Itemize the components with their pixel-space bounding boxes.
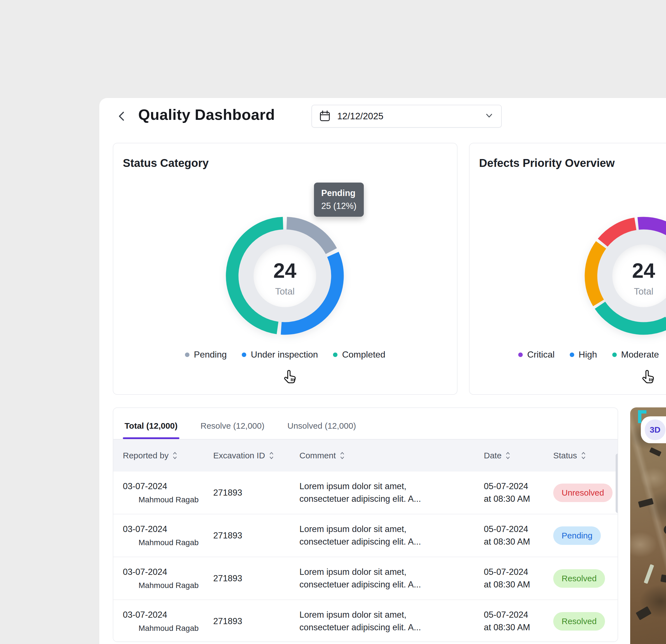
sort-icon[interactable] <box>505 451 510 460</box>
map-object <box>664 525 666 535</box>
chart-tooltip: Pending 25 (12%) <box>314 183 364 217</box>
reported-date: 03-07-2024 <box>123 610 213 620</box>
legend-dot-critical <box>518 353 523 357</box>
reported-date: 03-07-2024 <box>123 481 213 491</box>
cell-excavation-id: 271893 <box>213 573 299 583</box>
column-header-date[interactable]: Date <box>484 451 553 460</box>
table-row[interactable]: 03-07-2024 Mahmoud Ragab 271893 Lorem ip… <box>113 557 618 600</box>
reported-date: 03-07-2024 <box>123 567 213 577</box>
comment-line: consectetuer adipiscing elit. A... <box>299 578 484 591</box>
cell-status: Pending <box>553 526 618 545</box>
column-header-status[interactable]: Status <box>553 451 618 460</box>
date-line: 05-07-2024 <box>484 566 553 578</box>
satellite-map-panel[interactable]: 3D <box>630 407 666 644</box>
chevron-down-icon <box>485 112 494 120</box>
column-label: Date <box>484 451 502 460</box>
back-button[interactable] <box>114 109 129 124</box>
cell-status: Resolved <box>553 569 618 588</box>
cell-reported-by: 03-07-2024 Mahmoud Ragab <box>123 610 213 633</box>
legend-item-high[interactable]: High <box>570 350 597 360</box>
column-header-excavation-id[interactable]: Excavation ID <box>213 451 299 460</box>
chevron-left-icon <box>117 110 126 123</box>
map-object <box>661 574 666 583</box>
page-title: Quality Dashboard <box>138 106 275 123</box>
cell-reported-by: 03-07-2024 Mahmoud Ragab <box>123 567 213 590</box>
cell-date: 05-07-2024 at 08:30 AM <box>484 480 553 505</box>
legend-item-pending[interactable]: Pending <box>185 350 227 360</box>
cell-status: Unresolved <box>553 484 618 502</box>
table-scrollbar[interactable] <box>616 454 618 513</box>
sort-icon[interactable] <box>172 451 177 460</box>
column-label: Excavation ID <box>213 451 265 460</box>
date-line: at 08:30 AM <box>484 493 553 505</box>
reporter-name: Mahmoud Ragab <box>139 624 213 633</box>
priority-card-title: Defects Priority Overview <box>479 157 615 169</box>
status-legend: Pending Under inspection Completed <box>113 350 457 360</box>
table-row[interactable]: 03-07-2024 Mahmoud Ragab 271893 Lorem ip… <box>113 600 618 642</box>
cell-comment: Lorem ipsum dolor sit amet, consectetuer… <box>299 566 484 591</box>
tab-resolve[interactable]: Resolve (12,000) <box>199 421 266 439</box>
cell-date: 05-07-2024 at 08:30 AM <box>484 523 553 548</box>
map-3d-toggle-container: 3D <box>641 417 666 443</box>
tab-total[interactable]: Total (12,000) <box>123 421 179 439</box>
legend-item-completed[interactable]: Completed <box>333 350 385 360</box>
sort-icon[interactable] <box>269 451 274 460</box>
comment-line: consectetuer adipiscing elit. A... <box>299 621 484 634</box>
quality-dashboard-screen: Quality Dashboard 12/12/2025 Status Cate… <box>0 0 666 644</box>
tab-unsolved[interactable]: Unsolved (12,000) <box>286 421 357 439</box>
date-value: 12/12/2025 <box>337 111 485 121</box>
legend-dot-moderate <box>612 353 617 357</box>
cursor-hand-icon <box>283 369 298 386</box>
date-line: 05-07-2024 <box>484 480 553 493</box>
cell-status: Resolved <box>553 612 618 630</box>
priority-total-value: 24 <box>602 260 666 281</box>
legend-item-critical[interactable]: Critical <box>518 350 555 360</box>
reporter-name: Mahmoud Ragab <box>139 495 213 504</box>
status-badge: Unresolved <box>553 484 613 502</box>
cell-comment: Lorem ipsum dolor sit amet, consectetuer… <box>299 609 484 634</box>
cell-date: 05-07-2024 at 08:30 AM <box>484 609 553 634</box>
sort-icon[interactable] <box>581 451 586 460</box>
status-card-title: Status Category <box>123 157 209 169</box>
column-header-comment[interactable]: Comment <box>299 451 484 460</box>
priority-donut-center: 24 Total <box>602 260 666 297</box>
column-label: Comment <box>299 451 336 460</box>
legend-dot-under-inspection <box>242 353 246 357</box>
legend-dot-high <box>570 353 574 357</box>
calendar-icon <box>319 110 331 122</box>
cell-reported-by: 03-07-2024 Mahmoud Ragab <box>123 524 213 547</box>
status-badge: Resolved <box>553 612 605 630</box>
comment-line: Lorem ipsum dolor sit amet, <box>299 523 484 536</box>
cell-excavation-id: 271893 <box>213 530 299 541</box>
table-row[interactable]: 03-07-2024 Mahmoud Ragab 271893 Lorem ip… <box>113 514 618 557</box>
column-label: Status <box>553 451 577 460</box>
legend-label: Under inspection <box>251 350 318 360</box>
map-object <box>638 498 654 508</box>
date-line: 05-07-2024 <box>484 523 553 536</box>
legend-label: Moderate <box>621 350 659 360</box>
legend-item-moderate[interactable]: Moderate <box>612 350 659 360</box>
cell-reported-by: 03-07-2024 Mahmoud Ragab <box>123 481 213 504</box>
comment-line: Lorem ipsum dolor sit amet, <box>299 480 484 493</box>
legend-dot-completed <box>333 353 337 357</box>
table-row[interactable]: 03-07-2024 Mahmoud Ragab 271893 Lorem ip… <box>113 472 618 514</box>
column-label: Reported by <box>123 451 169 460</box>
cell-excavation-id: 271893 <box>213 616 299 626</box>
cell-date: 05-07-2024 at 08:30 AM <box>484 566 553 591</box>
date-picker-field[interactable]: 12/12/2025 <box>312 105 502 128</box>
cell-comment: Lorem ipsum dolor sit amet, consectetuer… <box>299 480 484 505</box>
reporter-name: Mahmoud Ragab <box>139 581 213 590</box>
comment-line: Lorem ipsum dolor sit amet, <box>299 609 484 621</box>
table-tabs: Total (12,000) Resolve (12,000) Unsolved… <box>113 408 618 439</box>
reported-date: 03-07-2024 <box>123 524 213 534</box>
legend-label: Critical <box>527 350 555 360</box>
map-3d-toggle[interactable]: 3D <box>645 420 665 440</box>
column-header-reported-by[interactable]: Reported by <box>123 451 213 460</box>
map-object <box>636 606 652 620</box>
cursor-hand-icon <box>641 369 656 386</box>
date-line: at 08:30 AM <box>484 621 553 634</box>
comment-line: consectetuer adipiscing elit. A... <box>299 536 484 548</box>
reporter-name: Mahmoud Ragab <box>139 538 213 547</box>
sort-icon[interactable] <box>340 451 345 460</box>
legend-item-under-inspection[interactable]: Under inspection <box>242 350 318 360</box>
